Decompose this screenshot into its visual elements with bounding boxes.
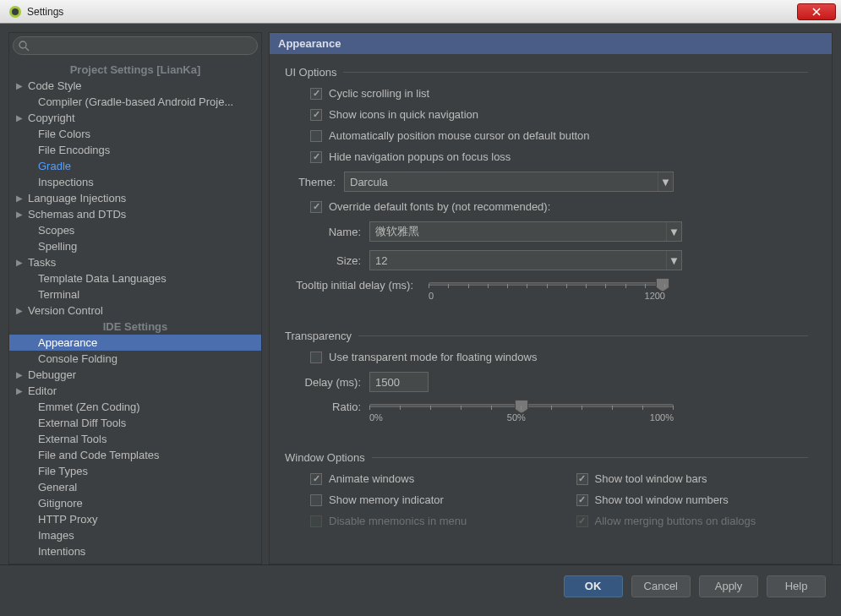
tree-item-label: Code Style bbox=[26, 79, 82, 92]
tree-item[interactable]: File Types bbox=[9, 463, 261, 479]
tree-item[interactable]: ▶Copyright bbox=[9, 110, 261, 126]
tree-item[interactable]: File and Code Templates bbox=[9, 447, 261, 463]
tree-item-label: Images bbox=[26, 529, 74, 542]
tree-item-label: Console Folding bbox=[26, 352, 117, 365]
font-size-select[interactable]: 12 ▼ bbox=[369, 250, 682, 270]
tree-item-label: Version Control bbox=[26, 304, 103, 317]
tree-item[interactable]: ▶Schemas and DTDs bbox=[9, 206, 261, 222]
tree-item[interactable]: Gradle bbox=[9, 158, 261, 174]
tree-item-label: Schemas and DTDs bbox=[26, 208, 126, 221]
tree-item[interactable]: Terminal bbox=[9, 286, 261, 303]
tree-item[interactable]: Gitignore bbox=[9, 495, 261, 511]
font-size-label: Size: bbox=[319, 254, 361, 267]
override-fonts-label: Override default fonts by (not recommend… bbox=[329, 200, 550, 213]
ide-settings-header: IDE Settings bbox=[9, 319, 261, 335]
chevron-right-icon: ▶ bbox=[16, 81, 26, 90]
merge-buttons-checkbox[interactable] bbox=[576, 515, 588, 527]
tree-item-label: Intentions bbox=[26, 545, 85, 558]
close-button[interactable] bbox=[797, 3, 836, 20]
tree-item-label: External Tools bbox=[26, 433, 106, 445]
tree-item-label: Debugger bbox=[26, 368, 76, 381]
ratio-0: 0% bbox=[369, 412, 383, 422]
animate-windows-checkbox[interactable] bbox=[310, 473, 322, 485]
tree-item-label: Language Injections bbox=[26, 192, 126, 204]
chevron-down-icon: ▼ bbox=[666, 251, 681, 270]
tree-item[interactable]: Console Folding bbox=[9, 351, 261, 367]
transparency-group: Transparency Use transparent mode for fl… bbox=[285, 330, 808, 436]
tree-item[interactable]: File Encodings bbox=[9, 142, 261, 158]
delay-input[interactable]: 1500 bbox=[369, 372, 429, 392]
tree-item-label: File Types bbox=[26, 465, 88, 477]
theme-label: Theme: bbox=[285, 176, 336, 188]
tree-item[interactable]: Images bbox=[9, 527, 261, 543]
transparent-mode-checkbox[interactable] bbox=[310, 352, 322, 363]
hide-popups-label: Hide navigation popups on focus loss bbox=[329, 150, 511, 163]
ui-options-legend: UI Options bbox=[285, 66, 343, 79]
memory-indicator-checkbox[interactable] bbox=[310, 494, 322, 506]
ratio-slider[interactable]: 0%50%100% bbox=[369, 401, 674, 422]
settings-tree[interactable]: Project Settings [LianKa] ▶Code StyleCom… bbox=[9, 58, 261, 564]
font-name-label: Name: bbox=[319, 226, 361, 238]
panel-body[interactable]: UI Options Cyclic scrolling in list Show… bbox=[270, 54, 832, 564]
chevron-right-icon: ▶ bbox=[16, 386, 26, 395]
tree-item[interactable]: ▶Language Injections bbox=[9, 190, 261, 206]
tree-item[interactable]: ▶Tasks bbox=[9, 254, 261, 270]
tree-item[interactable]: ▶Version Control bbox=[9, 303, 261, 319]
show-icons-label: Show icons in quick navigation bbox=[329, 108, 478, 121]
tree-item[interactable]: ▶Code Style bbox=[9, 78, 261, 94]
ok-button[interactable]: OK bbox=[564, 575, 623, 597]
cyclic-scrolling-checkbox[interactable] bbox=[310, 88, 322, 100]
tree-item[interactable]: ▶Debugger bbox=[9, 367, 261, 383]
merge-buttons-label: Allow merging buttons on dialogs bbox=[595, 515, 756, 527]
auto-mouse-checkbox[interactable] bbox=[310, 130, 322, 142]
project-settings-header: Project Settings [LianKa] bbox=[9, 62, 261, 78]
window-title: Settings bbox=[27, 6, 797, 18]
tooltip-delay-slider[interactable]: 01200 bbox=[429, 279, 665, 301]
tooltip-delay-label: Tooltip initial delay (ms): bbox=[285, 279, 420, 292]
tree-item[interactable]: Scopes bbox=[9, 222, 261, 238]
settings-panel: Appearance UI Options Cyclic scrolling i… bbox=[269, 32, 833, 564]
apply-button[interactable]: Apply bbox=[699, 575, 758, 597]
disable-mnemonics-checkbox[interactable] bbox=[310, 515, 322, 527]
transparency-legend: Transparency bbox=[285, 330, 358, 342]
chevron-down-icon: ▼ bbox=[666, 222, 681, 241]
tree-item[interactable]: Compiler (Gradle-based Android Proje... bbox=[9, 94, 261, 110]
font-name-select[interactable]: 微软雅黑 ▼ bbox=[369, 221, 682, 242]
tool-window-numbers-label: Show tool window numbers bbox=[595, 493, 729, 506]
tree-item-label: Compiler (Gradle-based Android Proje... bbox=[26, 95, 233, 108]
tree-item[interactable]: Emmet (Zen Coding) bbox=[9, 399, 261, 415]
tree-item[interactable]: General bbox=[9, 479, 261, 495]
tree-item[interactable]: ▶Editor bbox=[9, 383, 261, 399]
tree-item[interactable]: External Diff Tools bbox=[9, 415, 261, 431]
tree-item-label: Copyright bbox=[26, 112, 75, 124]
memory-indicator-label: Show memory indicator bbox=[329, 493, 444, 506]
override-fonts-checkbox[interactable] bbox=[310, 201, 322, 213]
tool-window-numbers-checkbox[interactable] bbox=[576, 494, 588, 506]
tree-item[interactable]: Appearance bbox=[9, 335, 261, 351]
help-button[interactable]: Help bbox=[767, 575, 826, 597]
tree-item-label: Tasks bbox=[26, 256, 56, 269]
tree-item[interactable]: External Tools bbox=[9, 431, 261, 447]
tree-item[interactable]: Intentions bbox=[9, 543, 261, 559]
theme-select[interactable]: Darcula ▼ bbox=[344, 172, 674, 192]
tree-item[interactable]: Inspections bbox=[9, 174, 261, 190]
tree-item[interactable]: Template Data Languages bbox=[9, 270, 261, 286]
chevron-down-icon: ▼ bbox=[658, 172, 673, 191]
tree-item[interactable]: HTTP Proxy bbox=[9, 511, 261, 527]
svg-line-3 bbox=[25, 47, 29, 51]
theme-value: Darcula bbox=[350, 176, 388, 188]
tree-item-label: General bbox=[26, 481, 77, 493]
tooltip-min: 0 bbox=[429, 291, 434, 301]
search-input[interactable] bbox=[13, 36, 258, 55]
show-icons-checkbox[interactable] bbox=[310, 109, 322, 121]
search-icon bbox=[19, 41, 30, 52]
tool-window-bars-checkbox[interactable] bbox=[576, 473, 588, 485]
tree-item-label: Gradle bbox=[26, 160, 71, 172]
transparent-mode-label: Use transparent mode for floating window… bbox=[329, 351, 537, 363]
font-size-value: 12 bbox=[375, 254, 387, 267]
tree-item[interactable]: Spelling bbox=[9, 238, 261, 254]
tree-item[interactable]: File Colors bbox=[9, 126, 261, 142]
cancel-button[interactable]: Cancel bbox=[631, 575, 691, 597]
hide-popups-checkbox[interactable] bbox=[310, 151, 322, 163]
tree-item-label: Appearance bbox=[26, 336, 97, 349]
